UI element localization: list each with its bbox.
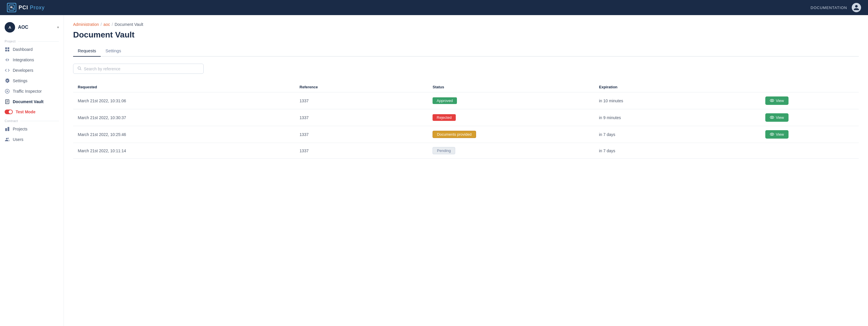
- svg-point-23: [771, 134, 773, 135]
- cell-reference: 1337: [300, 148, 433, 153]
- cell-status: Pending: [433, 147, 599, 154]
- view-button[interactable]: View: [765, 97, 788, 105]
- dashboard-icon: [5, 47, 10, 52]
- cell-status: Approved: [433, 97, 599, 104]
- svg-marker-7: [7, 90, 8, 92]
- svg-rect-3: [7, 47, 9, 49]
- table-row: March 21st 2022, 10:31:06 1337 Approved …: [73, 92, 859, 109]
- search-container: [73, 64, 859, 74]
- cell-expiration: in 7 days: [599, 148, 765, 153]
- users-icon: [5, 137, 10, 142]
- col-action: [765, 85, 854, 89]
- sidebar-item-projects[interactable]: Projects: [0, 124, 64, 134]
- breadcrumb: Administration / aoc / Document Vault: [73, 22, 859, 27]
- svg-rect-13: [7, 127, 9, 131]
- tab-requests[interactable]: Requests: [73, 45, 101, 57]
- status-badge: Pending: [433, 147, 455, 154]
- eye-icon: [770, 116, 774, 120]
- cell-action: View: [765, 130, 854, 139]
- tabs: Requests Settings: [73, 45, 859, 57]
- svg-point-15: [7, 138, 9, 139]
- svg-point-19: [771, 100, 773, 101]
- svg-point-21: [771, 117, 773, 118]
- breadcrumb-sep-2: /: [112, 22, 113, 27]
- sidebar-item-dashboard[interactable]: Dashboard: [0, 44, 64, 55]
- pci-icon: [7, 3, 16, 12]
- cell-expiration: in 9 minutes: [599, 115, 765, 120]
- svg-point-1: [12, 8, 13, 9]
- cell-reference: 1337: [300, 99, 433, 103]
- sidebar-item-integrations[interactable]: Integrations: [0, 55, 64, 65]
- sidebar-item-developers[interactable]: Developers: [0, 65, 64, 76]
- chevron-down-icon: ▾: [57, 25, 59, 29]
- cell-status: Documents provided: [433, 131, 599, 138]
- cell-expiration: in 7 days: [599, 132, 765, 137]
- cell-requested: March 21st 2022, 10:11:14: [78, 148, 300, 153]
- cell-requested: March 21st 2022, 10:25:46: [78, 132, 300, 137]
- sidebar-item-label: Users: [13, 137, 24, 142]
- sidebar-item-traffic-inspector[interactable]: Traffic Inspector: [0, 86, 64, 97]
- cell-action: View: [765, 97, 854, 105]
- user-avatar[interactable]: [852, 3, 861, 12]
- cell-reference: 1337: [300, 132, 433, 137]
- tab-settings[interactable]: Settings: [101, 45, 126, 57]
- breadcrumb-admin[interactable]: Administration: [73, 22, 99, 27]
- requests-table: Requested Reference Status Expiration Ma…: [73, 82, 859, 159]
- sidebar-item-label: Settings: [13, 78, 28, 83]
- cell-status: Rejected: [433, 114, 599, 121]
- documentation-link[interactable]: DOCUMENTATION: [811, 5, 847, 10]
- sidebar-item-label: Developers: [13, 68, 33, 73]
- page-title: Document Vault: [73, 30, 859, 39]
- sidebar-item-settings[interactable]: Settings: [0, 76, 64, 86]
- org-name: AOC: [18, 25, 54, 30]
- document-vault-icon: [5, 99, 10, 104]
- svg-point-16: [78, 67, 81, 70]
- sidebar-item-label: Projects: [13, 127, 28, 131]
- eye-icon: [770, 133, 774, 137]
- search-icon: [78, 66, 82, 71]
- status-badge: Documents provided: [433, 131, 476, 138]
- breadcrumb-current: Document Vault: [115, 22, 143, 27]
- logo-text: PCI Proxy: [19, 5, 45, 11]
- toggle-switch[interactable]: [5, 110, 13, 114]
- project-section-label: Project: [0, 37, 64, 44]
- table-row: March 21st 2022, 10:30:37 1337 Rejected …: [73, 109, 859, 126]
- col-status: Status: [433, 85, 599, 89]
- svg-line-17: [80, 69, 82, 70]
- search-input[interactable]: [84, 66, 199, 71]
- sidebar-item-label: Document Vault: [13, 99, 43, 104]
- org-selector[interactable]: A AOC ▾: [0, 20, 64, 37]
- cell-action: View: [765, 113, 854, 122]
- sidebar-item-label: Integrations: [13, 57, 34, 62]
- traffic-inspector-icon: [5, 89, 10, 94]
- svg-point-14: [6, 138, 7, 139]
- sidebar: A AOC ▾ Project Dashboard Integrations: [0, 15, 64, 326]
- top-nav-right: DOCUMENTATION: [811, 3, 861, 12]
- svg-rect-4: [5, 50, 7, 51]
- sidebar-item-label: Traffic Inspector: [13, 89, 42, 93]
- cell-reference: 1337: [300, 115, 433, 120]
- breadcrumb-aoc[interactable]: aoc: [103, 22, 110, 27]
- status-badge: Approved: [433, 97, 457, 104]
- table-header: Requested Reference Status Expiration: [73, 82, 859, 92]
- svg-rect-2: [5, 47, 7, 49]
- sidebar-item-users[interactable]: Users: [0, 134, 64, 145]
- test-mode-toggle[interactable]: Test Mode: [0, 107, 64, 117]
- table-row: March 21st 2022, 10:25:46 1337 Documents…: [73, 126, 859, 143]
- sidebar-item-document-vault[interactable]: Document Vault: [0, 97, 64, 107]
- breadcrumb-sep-1: /: [101, 22, 102, 27]
- col-reference: Reference: [300, 85, 433, 89]
- sidebar-item-label: Dashboard: [13, 47, 33, 52]
- view-button[interactable]: View: [765, 113, 788, 122]
- developers-icon: [5, 68, 10, 73]
- org-icon: A: [5, 22, 15, 32]
- cell-expiration: in 10 minutes: [599, 99, 765, 103]
- svg-rect-12: [5, 128, 7, 131]
- col-expiration: Expiration: [599, 85, 765, 89]
- contract-section-label: Contract: [0, 117, 64, 124]
- eye-icon: [770, 99, 774, 103]
- table-row: March 21st 2022, 10:11:14 1337 Pending i…: [73, 143, 859, 159]
- logo: PCI Proxy: [7, 3, 45, 12]
- top-nav: PCI Proxy DOCUMENTATION: [0, 0, 868, 15]
- view-button[interactable]: View: [765, 130, 788, 139]
